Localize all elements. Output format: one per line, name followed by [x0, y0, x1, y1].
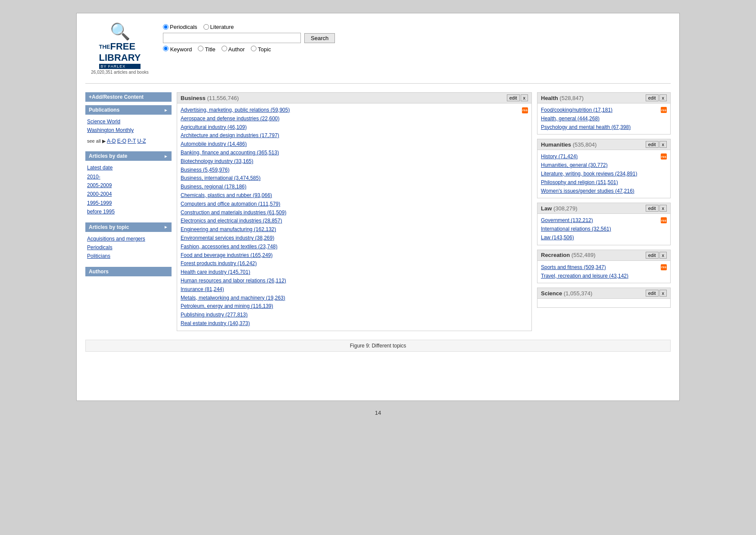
science-edit-btn[interactable]: edit [646, 290, 659, 297]
periodicals-radio-label[interactable]: Periodicals [163, 24, 197, 30]
business-box: Business (11,556,746) edit x Advertising… [177, 92, 532, 331]
recreation-link-0[interactable]: Sports and fitness (509,347) [541, 263, 657, 272]
date-2010[interactable]: 2010- [87, 172, 170, 181]
business-link-23[interactable]: Petroleum, energy and mining (116,139) [181, 302, 519, 311]
law-link-0[interactable]: Government (132,212) [541, 216, 657, 225]
recreation-x-btn[interactable]: x [659, 252, 667, 259]
humanities-link-3[interactable]: Philosophy and religion (151,501) [541, 178, 657, 187]
business-link-25[interactable]: Real estate industry (140,373) [181, 319, 519, 328]
recreation-edit-btn[interactable]: edit [646, 252, 659, 259]
sidebar-link-science-world[interactable]: Science World [87, 117, 170, 126]
topic-acquisitions[interactable]: Acquisitions and mergers [87, 235, 170, 243]
health-link-2[interactable]: Psychology and mental health (67,398) [541, 123, 657, 132]
search-input[interactable] [163, 33, 301, 43]
business-link-2[interactable]: Agricultural industry (46,109) [181, 123, 519, 132]
date-1995-1999[interactable]: 1995-1999 [87, 199, 170, 207]
business-link-10[interactable]: Chemicals, plastics and rubber (93,066) [181, 191, 519, 200]
date-2000-2004[interactable]: 2000-2004 [87, 190, 170, 198]
business-link-8[interactable]: Business, international (3,474,585) [181, 174, 519, 183]
author-radio-label[interactable]: Author [222, 46, 245, 53]
keyword-radio-label[interactable]: Keyword [163, 46, 192, 53]
business-link-19[interactable]: Health care industry (145,701) [181, 268, 519, 277]
humanities-link-2[interactable]: Literature, writing, book reviews (234,8… [541, 170, 657, 178]
business-link-21[interactable]: Insurance (81,244) [181, 285, 519, 294]
author-radio[interactable] [222, 46, 227, 51]
business-link-7[interactable]: Business (5,459,976) [181, 166, 519, 175]
see-all-text: see all ▶ [87, 138, 107, 144]
keyword-radio[interactable] [163, 46, 169, 51]
main-content: +Add/Restore Content Publications ► Scie… [85, 92, 671, 335]
business-link-20[interactable]: Human resources and labor relations (26,… [181, 277, 519, 285]
publications-header: Publications ► [85, 105, 172, 115]
sidebar: +Add/Restore Content Publications ► Scie… [85, 92, 172, 335]
business-link-6[interactable]: Biotechnology industry (33,165) [181, 157, 519, 166]
business-body-inner: Advertising, marketing, public relations… [181, 106, 528, 328]
business-link-3[interactable]: Architecture and design industries (17,7… [181, 131, 519, 140]
topic-radio[interactable] [251, 46, 256, 51]
business-link-14[interactable]: Engineering and manufacturing (162,132) [181, 225, 519, 234]
see-all-pt[interactable]: P-T [128, 138, 136, 144]
periodicals-label: Periodicals [170, 24, 197, 30]
humanities-link-1[interactable]: Humanities, general (30,772) [541, 161, 657, 170]
title-radio-label[interactable]: Title [198, 46, 215, 53]
science-count: (1,055,374) [564, 290, 593, 297]
business-link-4[interactable]: Automobile industry (14,486) [181, 140, 519, 149]
science-x-btn[interactable]: x [659, 290, 667, 297]
business-link-17[interactable]: Food and beverage industries (165,249) [181, 251, 519, 260]
business-link-9[interactable]: Business, regional (178,186) [181, 183, 519, 191]
health-x-btn[interactable]: x [659, 94, 667, 101]
business-link-16[interactable]: Fashion, accessories and textiles (23,74… [181, 243, 519, 251]
law-title: Law (308,279) [541, 205, 578, 212]
law-x-btn[interactable]: x [659, 205, 667, 212]
see-all-uz[interactable]: U-Z [137, 138, 146, 144]
articles-by-topic-body: Acquisitions and mergers Periodicals Pol… [85, 232, 172, 263]
science-edit-btns: edit x [646, 290, 667, 297]
humanities-link-0[interactable]: History (71,424) [541, 153, 657, 161]
business-link-11[interactable]: Computers and office automation (111,579… [181, 200, 519, 209]
date-2005-2009[interactable]: 2005-2009 [87, 181, 170, 190]
sidebar-link-washington-monthly[interactable]: Washington Monthly [87, 126, 170, 135]
add-restore-header[interactable]: +Add/Restore Content [85, 92, 172, 102]
health-link-1[interactable]: Health, general (444,268) [541, 115, 657, 123]
law-link-1[interactable]: International relations (32,561) [541, 225, 657, 234]
business-link-15[interactable]: Environmental services industry (38,269) [181, 234, 519, 243]
business-link-13[interactable]: Electronics and electrical industries (2… [181, 217, 519, 225]
literature-radio-label[interactable]: Literature [203, 24, 234, 30]
literature-radio[interactable] [203, 24, 209, 30]
humanities-x-btn[interactable]: x [659, 141, 667, 148]
topic-radio-label[interactable]: Topic [251, 46, 271, 53]
see-all-eo[interactable]: E-O [117, 138, 126, 144]
rss-icon-recreation: rss [661, 264, 667, 270]
recreation-link-1[interactable]: Travel, recreation and leisure (43,142) [541, 272, 657, 281]
health-title: Health (528,847) [541, 95, 584, 101]
health-topic-list: Food/cooking/nutrition (17,181) Health, … [541, 106, 657, 131]
right-column: Health (528,847) edit x Food/cooking/nut… [537, 92, 671, 335]
humanities-title: Humanities (535,804) [541, 141, 597, 148]
business-link-22[interactable]: Metals, metalworking and machinery (19,2… [181, 294, 519, 303]
business-link-1[interactable]: Aerospace and defense industries (22,600… [181, 115, 519, 123]
health-edit-btn[interactable]: edit [646, 94, 659, 101]
title-radio[interactable] [198, 46, 203, 51]
business-link-12[interactable]: Construction and materials industries (6… [181, 209, 519, 217]
law-edit-btn[interactable]: edit [646, 205, 659, 212]
humanities-edit-btn[interactable]: edit [646, 141, 659, 148]
health-header: Health (528,847) edit x [537, 93, 670, 103]
business-link-5[interactable]: Banking, finance and accounting (365,513… [181, 149, 519, 157]
law-link-2[interactable]: Law (143,506) [541, 234, 657, 242]
date-latest[interactable]: Latest date [87, 163, 170, 172]
see-all-ad[interactable]: A-D [107, 138, 116, 144]
topic-politicians[interactable]: Politicians [87, 252, 170, 260]
search-button[interactable]: Search [304, 33, 335, 43]
business-link-24[interactable]: Publishing industry (277,813) [181, 311, 519, 319]
humanities-link-4[interactable]: Women's issues/gender studies (47,216) [541, 187, 657, 196]
business-x-btn[interactable]: x [521, 94, 528, 101]
business-link-0[interactable]: Advertising, marketing, public relations… [181, 106, 519, 115]
health-link-0[interactable]: Food/cooking/nutrition (17,181) [541, 106, 657, 115]
periodicals-radio[interactable] [163, 24, 169, 30]
science-title-text: Science [541, 290, 562, 297]
date-before-1995[interactable]: before 1995 [87, 207, 170, 216]
business-edit-btn[interactable]: edit [507, 94, 520, 101]
business-topic-list: Advertising, marketing, public relations… [181, 106, 519, 328]
business-link-18[interactable]: Forest products industry (16,242) [181, 260, 519, 268]
topic-periodicals[interactable]: Periodicals [87, 243, 170, 252]
